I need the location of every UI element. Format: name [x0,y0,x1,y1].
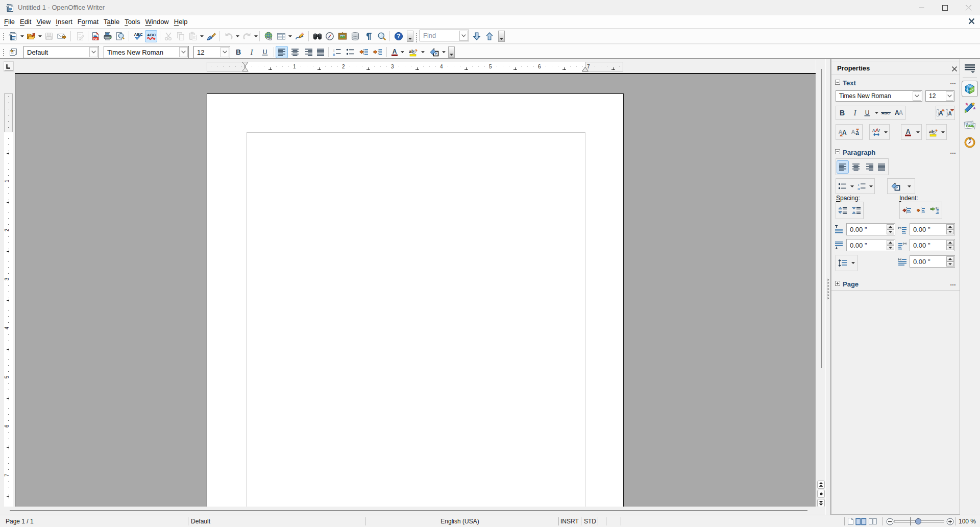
increase-spacing-button[interactable] [837,204,849,217]
sidebar-highlighting-button[interactable]: ab [927,126,939,139]
sidebar-align-justify-button[interactable] [875,160,888,174]
new-dropdown[interactable] [19,30,25,42]
before-text-indent-spin-down[interactable] [946,229,954,234]
next-page-button[interactable] [817,499,825,507]
page[interactable] [207,93,624,507]
sidebar-italic-button[interactable]: I [849,106,861,119]
export-pdf-button[interactable]: PDF [89,30,102,42]
view-book-button[interactable] [868,517,877,525]
page-preview-button[interactable] [114,30,126,42]
vertical-scrollbar-thumb[interactable] [821,69,822,368]
undo-button[interactable] [223,30,235,42]
paragraph-style-combo-dropdown[interactable] [89,47,98,57]
sidebar-collapse-handle[interactable] [827,278,829,300]
menu-help[interactable]: Help [172,15,190,28]
below-paragraph-spacing-field[interactable]: 0.00 " [846,239,895,251]
open-button[interactable] [25,30,37,42]
zoom-out-button[interactable] [886,518,894,525]
zoom-slider[interactable] [894,515,944,527]
before-text-indent-spin-up[interactable] [946,224,954,229]
sidebar-align-center-button[interactable] [849,160,862,174]
redo-dropdown[interactable] [253,30,259,42]
section-text-toggle[interactable] [835,80,840,85]
uppercase-button[interactable]: AA [837,126,848,139]
sidebar-font-size-dropdown[interactable] [946,91,953,101]
switch-indent-button[interactable] [928,204,941,217]
menu-view[interactable]: View [34,15,53,28]
horizontal-scrollbar-thumb[interactable] [10,510,807,511]
toolbar-grip[interactable] [3,32,4,41]
table-dropdown[interactable] [287,30,293,42]
cut-button[interactable] [162,30,175,42]
bullets-button[interactable] [344,46,356,58]
decrease-spacing-button[interactable] [850,204,863,217]
email-button[interactable] [56,30,68,42]
navigator-button[interactable] [324,30,336,42]
paragraph-style-combo[interactable]: Default [23,46,99,58]
section-page-toggle[interactable] [835,281,840,286]
above-paragraph-spacing-field[interactable]: 0.00 " [846,223,895,235]
status-insert-mode[interactable]: INSRT [560,515,579,527]
navigation-button[interactable] [817,490,825,498]
menu-insert[interactable]: Insert [53,15,75,28]
after-text-indent-spin-up[interactable] [946,240,954,245]
align-right-button[interactable] [302,46,314,58]
status-zoom-level[interactable]: 100 % [959,515,976,527]
view-single-page-button[interactable] [847,517,854,525]
autospellcheck-button[interactable]: ABC [145,30,157,42]
undo-dropdown[interactable] [235,30,240,42]
character-spacing-dropdown[interactable] [883,126,889,139]
redo-button[interactable] [241,30,253,42]
find-input[interactable]: Find [420,30,469,41]
menu-table[interactable]: Table [101,15,122,28]
line-spacing-dropdown[interactable] [850,256,856,270]
background-color-button[interactable] [428,46,440,58]
font-effects-button[interactable]: AA [893,106,905,119]
sidebar-bullets-button[interactable] [836,180,848,193]
section-page-more-options[interactable]: … [950,280,957,287]
hyperlink-button[interactable] [262,30,275,42]
font-size-combo-dropdown[interactable] [220,47,229,57]
sidebar-font-color-dropdown[interactable] [915,126,921,139]
minimize-button[interactable] [910,0,933,15]
below-paragraph-spacing-spin-up[interactable] [887,240,894,245]
find-next-button[interactable] [471,30,483,42]
first-line-indent-field[interactable]: 0.00 " [910,255,955,268]
find-replace-button[interactable] [311,30,324,42]
copy-button[interactable] [175,30,187,42]
zoom-button[interactable] [376,30,388,42]
formatting-toolbar-options[interactable] [448,46,455,58]
sidebar-align-left-button[interactable] [837,160,849,174]
sidebar-menu-button[interactable] [964,64,975,73]
sidebar-align-right-button[interactable] [863,160,875,174]
menu-window[interactable]: Window [143,15,172,28]
edit-file-button[interactable] [74,30,86,42]
tab-navigator[interactable]: N [962,134,978,151]
first-line-indent-spin-up[interactable] [946,256,954,261]
underline-dropdown[interactable] [874,106,880,119]
open-dropdown[interactable] [37,30,43,42]
close-button[interactable] [957,0,980,15]
sidebar-bullets-dropdown[interactable] [849,180,855,193]
table-button[interactable] [275,30,287,42]
increase-indent-button[interactable] [372,46,384,58]
maximize-button[interactable] [933,0,957,15]
sidebar-bold-button[interactable]: B [836,106,848,119]
numbering-button[interactable]: III [331,46,343,58]
font-size-combo[interactable]: 12 [193,46,230,58]
section-paragraph-more-options[interactable]: … [950,148,957,155]
increase-font-button[interactable]: A [936,106,945,119]
italic-button[interactable]: I [246,46,258,58]
status-selection-mode[interactable]: STD [584,515,596,527]
font-name-combo[interactable]: Times New Roman [104,46,189,58]
document-area[interactable] [15,73,816,507]
view-multiple-pages-button[interactable] [855,517,867,525]
lowercase-button[interactable]: Aa [850,126,861,139]
sidebar-highlighting-dropdown[interactable] [940,126,946,139]
vertical-scrollbar[interactable] [816,60,825,507]
ruler-left-margin[interactable] [207,62,246,71]
paragraph-background-button[interactable] [890,180,902,193]
sidebar-splitter[interactable] [825,59,831,515]
sidebar-font-size-combo[interactable]: 12 [925,90,954,102]
find-previous-button[interactable] [483,30,496,42]
